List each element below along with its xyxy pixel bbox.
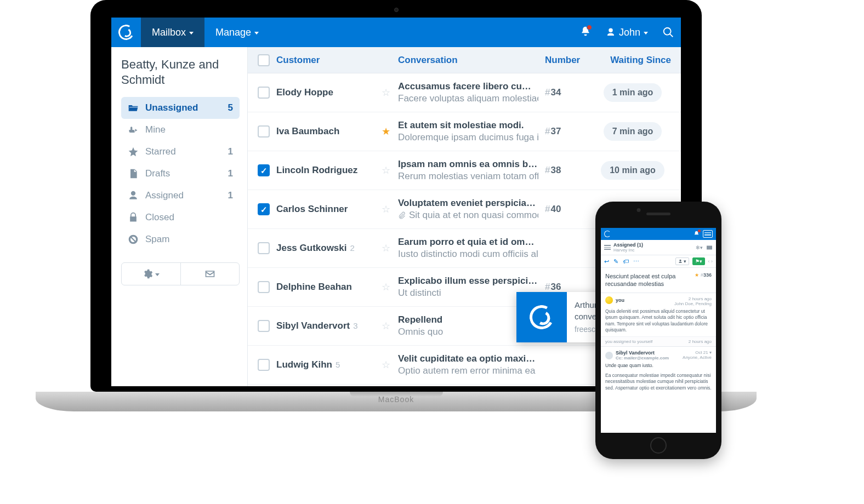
row-checkbox[interactable]	[258, 87, 270, 99]
phone-folder-name: Assigned (1)	[613, 242, 643, 248]
sidebar-actions	[121, 262, 240, 285]
mailbox-settings-button[interactable]	[122, 263, 181, 285]
folder-count: 1	[228, 190, 233, 201]
assignee-dropdown[interactable]: ▾	[675, 257, 689, 265]
subject: Et autem sit molestiae modi.	[398, 120, 538, 131]
customer-name: Iva Baumbach	[276, 126, 375, 137]
thread-count: 5	[336, 360, 340, 369]
row-checkbox[interactable]	[258, 164, 270, 176]
phone-message[interactable]: you 2 hours agoJohn Doe, Pending Quia de…	[601, 293, 716, 337]
thread-count: 2	[350, 243, 355, 253]
folder-label: Closed	[145, 212, 174, 223]
star-icon[interactable]: ☆	[382, 165, 391, 175]
subject: Voluptatem eveniet perspiciatis aut illo…	[398, 198, 538, 209]
folder-count: 1	[228, 168, 233, 179]
home-button-icon	[650, 437, 667, 454]
folder-starred[interactable]: Starred 1	[121, 141, 240, 163]
preview: Facere voluptas aliquam molestiae quia n…	[398, 93, 538, 104]
nav-manage-dropdown[interactable]: Manage	[204, 18, 270, 47]
conversation-cell: Accusamus facere libero cum beatae fugit…	[398, 81, 538, 104]
nav-manage-label: Manage	[215, 27, 251, 38]
phone-viewport: Assigned (1) Harvey Inc ✻▾ ↩ ✎ 🏷 ⋯ ▾ ⚑▾ …	[601, 228, 716, 433]
conversation-cell: Ipsam nam omnis ea omnis beatae.Rerum mo…	[398, 159, 538, 182]
conversation-number: #40	[545, 204, 588, 215]
note-icon[interactable]: ✎	[613, 258, 618, 265]
message-from: Sibyl Vandervort	[616, 350, 669, 356]
conversation-number: #34	[545, 87, 588, 98]
folder-assigned[interactable]: Assigned 1	[121, 185, 240, 207]
column-number[interactable]: Number	[545, 55, 588, 66]
reply-icon[interactable]: ↩	[604, 258, 609, 265]
sidebar: Beatty, Kunze and Schmidt Unassigned 5 M…	[111, 47, 247, 386]
preview: Doloremque ipsam ducimus fuga impedit re…	[398, 132, 538, 143]
phone-message[interactable]: Sibyl Vandervort Cc: mailer@example.com …	[601, 346, 716, 394]
notifications-button[interactable]	[573, 18, 598, 47]
phone-top-nav	[601, 228, 716, 240]
column-conversation[interactable]: Conversation	[398, 55, 538, 66]
folder-label: Assigned	[145, 190, 184, 201]
row-checkbox[interactable]	[258, 359, 270, 371]
folder-label: Mine	[145, 124, 166, 135]
star-icon	[128, 146, 139, 157]
new-conversation-button[interactable]	[181, 263, 240, 285]
folder-closed[interactable]: Closed	[121, 207, 240, 228]
search-button[interactable]	[656, 18, 681, 47]
more-icon[interactable]: ⋯	[633, 258, 639, 265]
gear-icon	[142, 268, 153, 279]
folder-label: Spam	[145, 234, 169, 245]
star-icon[interactable]: ☆	[382, 243, 391, 253]
bell-icon	[580, 26, 591, 39]
subject: Explicabo illum esse perspiciatis repell…	[398, 276, 538, 287]
folder-list: Unassigned 5 Mine Starred 1	[121, 97, 240, 250]
row-checkbox[interactable]	[258, 320, 270, 332]
menu-button[interactable]	[703, 230, 713, 238]
folder-spam[interactable]: Spam	[121, 228, 240, 250]
message-body: Quia deleniti est possimus aliquid conse…	[605, 308, 712, 334]
column-waiting[interactable]: Waiting Since	[594, 55, 671, 66]
customer-name: Ludwig Kihn5	[276, 359, 375, 370]
phone-frame: Assigned (1) Harvey Inc ✻▾ ↩ ✎ 🏷 ⋯ ▾ ⚑▾ …	[595, 202, 721, 459]
star-icon[interactable]: ☆	[382, 321, 391, 331]
lock-icon	[128, 212, 139, 223]
star-icon[interactable]: ☆	[382, 204, 391, 214]
note-time: 2 hours ago	[689, 339, 712, 344]
nav-mailbox-dropdown[interactable]: Mailbox	[141, 18, 204, 47]
conversation-row[interactable]: Iva Baumbach★Et autem sit molestiae modi…	[248, 112, 681, 151]
customer-name: Lincoln Rodriguez	[276, 165, 375, 176]
row-checkbox[interactable]	[258, 281, 270, 293]
folder-unassigned[interactable]: Unassigned 5	[121, 97, 240, 119]
envelope-icon[interactable]	[706, 244, 713, 251]
star-icon[interactable]: ☆	[382, 88, 391, 98]
ban-icon	[128, 234, 139, 245]
mailbox-name: Beatty, Kunze and Schmidt	[121, 57, 240, 87]
tag-icon[interactable]: 🏷	[623, 258, 629, 265]
user-menu[interactable]: John	[598, 27, 656, 38]
prev-next-nav[interactable]: ‹ ›	[708, 259, 713, 264]
row-checkbox[interactable]	[258, 242, 270, 254]
gear-icon[interactable]: ✻▾	[696, 245, 703, 250]
user-name: John	[619, 27, 640, 38]
conversation-number: #38	[545, 165, 588, 176]
folder-label: Unassigned	[145, 102, 198, 113]
star-icon[interactable]: ☆	[382, 282, 391, 292]
folder-drafts[interactable]: Drafts 1	[121, 163, 240, 185]
status-dropdown[interactable]: ⚑▾	[692, 257, 705, 265]
subject: Velit cupiditate ea optio maxime labore …	[398, 353, 538, 364]
app-logo-icon[interactable]	[604, 231, 611, 237]
app-logo-icon[interactable]	[111, 18, 141, 47]
column-customer[interactable]: Customer	[276, 55, 375, 66]
customer-name: Carlos Schinner	[276, 204, 375, 215]
row-checkbox[interactable]	[258, 203, 270, 215]
select-all-checkbox[interactable]	[258, 54, 270, 66]
star-icon[interactable]: ☆	[382, 360, 391, 370]
toast-logo-icon	[516, 292, 567, 342]
conversation-row[interactable]: Elody Hoppe☆Accusamus facere libero cum …	[248, 73, 681, 112]
row-checkbox[interactable]	[258, 125, 270, 138]
conversation-row[interactable]: Lincoln Rodriguez☆Ipsam nam omnis ea omn…	[248, 151, 681, 190]
star-icon[interactable]: ★	[695, 272, 699, 278]
star-icon[interactable]: ★	[382, 127, 391, 136]
folder-mine[interactable]: Mine	[121, 119, 240, 141]
customer-name: Elody Hoppe	[276, 87, 375, 98]
notifications-button[interactable]	[694, 231, 700, 238]
folder-menu-button[interactable]	[604, 245, 611, 250]
